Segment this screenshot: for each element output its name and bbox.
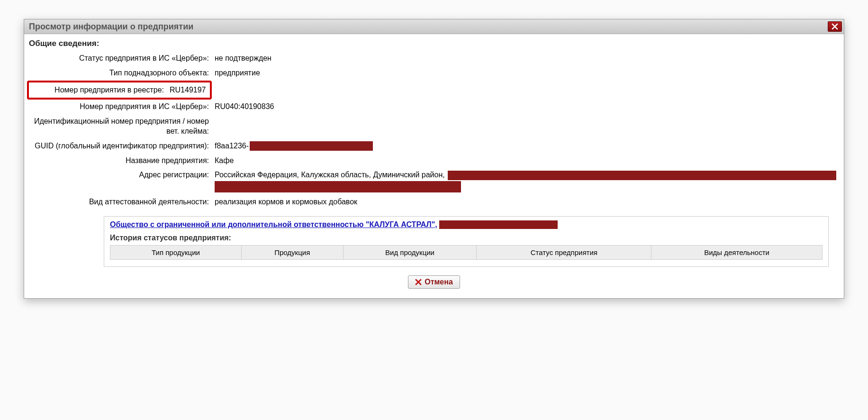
cancel-label: Отмена xyxy=(425,278,453,286)
field-type: Тип поднадзорного объекта: предприятие xyxy=(29,66,839,81)
field-label: Адрес регистрации: xyxy=(29,168,212,195)
field-label: Тип поднадзорного объекта: xyxy=(29,66,212,81)
field-label: Номер предприятия в реестре: xyxy=(29,84,167,97)
col-product-type: Тип продукции xyxy=(110,245,242,259)
field-value: RU040:40190836 xyxy=(212,100,839,114)
field-value: не подтвержден xyxy=(212,51,839,66)
history-table: Тип продукции Продукция Вид продукции Ст… xyxy=(110,245,823,260)
company-block: Общество с ограниченной или дополнительн… xyxy=(104,216,829,267)
close-icon xyxy=(832,23,838,30)
field-value: реализация кормов и кормовых добавок xyxy=(212,195,839,210)
field-address: Адрес регистрации: Российская Федерация,… xyxy=(29,168,839,195)
field-cerber-number: Номер предприятия в ИС «Цербер»: RU040:4… xyxy=(29,100,839,114)
cancel-icon xyxy=(415,279,422,285)
section-title: Общие сведения: xyxy=(29,39,839,48)
redacted-block xyxy=(439,220,558,229)
guid-prefix: f8aa1236- xyxy=(215,141,249,151)
field-registry-number: Номер предприятия в реестре: RU149197 xyxy=(29,81,839,100)
col-activity-types: Виды деятельности xyxy=(651,245,823,259)
field-ident: Идентификационный номер предприятия / но… xyxy=(29,114,839,139)
dialog-footer: Отмена xyxy=(29,271,839,290)
field-label: Вид аттестованной деятельности: xyxy=(29,195,212,210)
field-activity: Вид аттестованной деятельности: реализац… xyxy=(29,195,839,210)
field-value: f8aa1236- xyxy=(212,139,839,154)
field-value: предприятие xyxy=(212,66,839,81)
table-header-row: Тип продукции Продукция Вид продукции Ст… xyxy=(110,245,823,259)
field-label: Номер предприятия в ИС «Цербер»: xyxy=(29,100,212,114)
close-button[interactable] xyxy=(828,21,842,32)
field-label: Идентификационный номер предприятия / но… xyxy=(29,114,212,139)
redacted-block xyxy=(250,141,373,151)
dialog-title: Просмотр информации о предприятии xyxy=(29,22,193,32)
history-title: История статусов предприятия: xyxy=(110,234,823,242)
redacted-block xyxy=(448,171,836,180)
highlight-box: Номер предприятия в реестре: RU149197 xyxy=(27,81,212,100)
col-product-kind: Вид продукции xyxy=(343,245,477,259)
field-status: Статус предприятия в ИС «Цербер»: не под… xyxy=(29,51,839,66)
col-product: Продукция xyxy=(241,245,343,259)
fields-table: Статус предприятия в ИС «Цербер»: не под… xyxy=(29,51,839,210)
address-text: Российская Федерация, Калужская область,… xyxy=(215,170,445,180)
field-guid: GUID (глобальный идентификатор предприят… xyxy=(29,139,839,154)
titlebar: Просмотр информации о предприятии xyxy=(24,19,844,34)
field-value xyxy=(212,114,839,139)
cancel-button[interactable]: Отмена xyxy=(408,275,460,289)
field-label: Статус предприятия в ИС «Цербер»: xyxy=(29,51,212,66)
field-value: RU149197 xyxy=(167,84,210,97)
field-enterprise-name: Название предприятия: Кафе xyxy=(29,154,839,168)
field-value: Российская Федерация, Калужская область,… xyxy=(212,168,839,195)
field-label: Название предприятия: xyxy=(29,154,212,168)
enterprise-info-dialog: Просмотр информации о предприятии Общие … xyxy=(24,19,844,299)
company-link[interactable]: Общество с ограниченной или дополнительн… xyxy=(110,220,437,229)
col-enterprise-status: Статус предприятия xyxy=(477,245,651,259)
dialog-content: Общие сведения: Статус предприятия в ИС … xyxy=(24,34,844,298)
field-label: GUID (глобальный идентификатор предприят… xyxy=(29,139,212,154)
redacted-block xyxy=(215,181,461,192)
field-value: Кафе xyxy=(212,154,839,168)
